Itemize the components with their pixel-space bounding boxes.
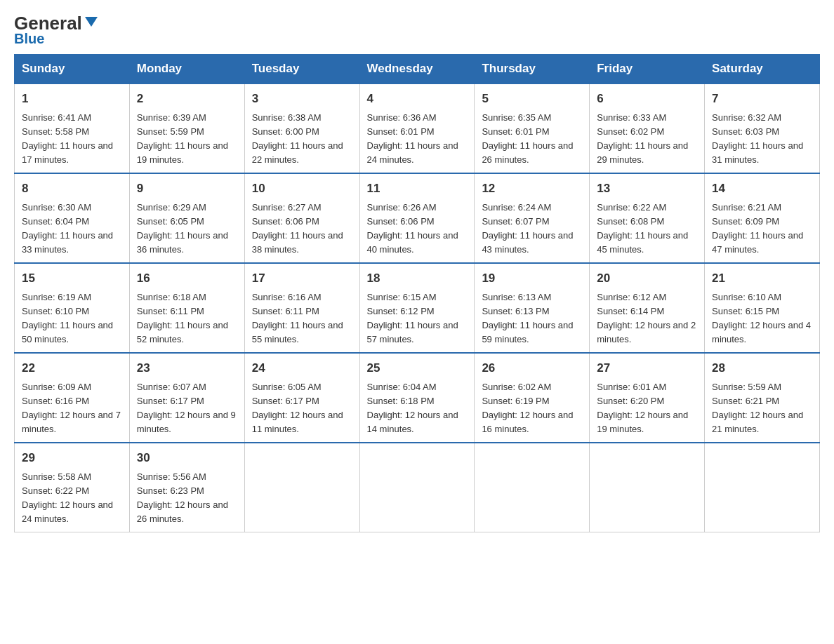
day-info: Sunrise: 6:39 AM Sunset: 5:59 PM Dayligh… <box>137 111 237 168</box>
logo-general-text: General <box>14 14 82 32</box>
day-info: Sunrise: 6:10 AM Sunset: 6:15 PM Dayligh… <box>712 290 812 347</box>
calendar-cell: 16 Sunrise: 6:18 AM Sunset: 6:11 PM Dayl… <box>129 263 244 353</box>
day-number: 8 <box>22 180 122 198</box>
day-number: 25 <box>367 359 468 377</box>
calendar-cell: 23 Sunrise: 6:07 AM Sunset: 6:17 PM Dayl… <box>129 353 244 443</box>
calendar-cell: 7 Sunrise: 6:32 AM Sunset: 6:03 PM Dayli… <box>705 83 820 173</box>
calendar-cell: 5 Sunrise: 6:35 AM Sunset: 6:01 PM Dayli… <box>475 83 590 173</box>
day-number: 27 <box>597 359 697 377</box>
day-number: 3 <box>252 90 352 108</box>
day-info: Sunrise: 6:41 AM Sunset: 5:58 PM Dayligh… <box>22 111 122 168</box>
day-info: Sunrise: 6:18 AM Sunset: 6:11 PM Dayligh… <box>137 290 237 347</box>
day-number: 4 <box>367 90 468 108</box>
calendar-cell: 25 Sunrise: 6:04 AM Sunset: 6:18 PM Dayl… <box>359 353 475 443</box>
calendar-week-row: 1 Sunrise: 6:41 AM Sunset: 5:58 PM Dayli… <box>15 83 820 173</box>
calendar-cell: 28 Sunrise: 5:59 AM Sunset: 6:21 PM Dayl… <box>705 353 820 443</box>
calendar-header-row: SundayMondayTuesdayWednesdayThursdayFrid… <box>15 55 820 84</box>
day-number: 5 <box>482 90 582 108</box>
day-number: 12 <box>482 180 582 198</box>
calendar-header-tuesday: Tuesday <box>244 55 359 84</box>
day-info: Sunrise: 6:02 AM Sunset: 6:19 PM Dayligh… <box>482 380 582 437</box>
calendar-cell: 27 Sunrise: 6:01 AM Sunset: 6:20 PM Dayl… <box>590 353 705 443</box>
calendar-cell: 26 Sunrise: 6:02 AM Sunset: 6:19 PM Dayl… <box>475 353 590 443</box>
day-info: Sunrise: 6:29 AM Sunset: 6:05 PM Dayligh… <box>137 201 237 257</box>
day-info: Sunrise: 6:15 AM Sunset: 6:12 PM Dayligh… <box>367 290 468 347</box>
day-number: 13 <box>597 180 697 198</box>
day-info: Sunrise: 5:59 AM Sunset: 6:21 PM Dayligh… <box>712 380 812 437</box>
calendar-cell: 30 Sunrise: 5:56 AM Sunset: 6:23 PM Dayl… <box>129 443 244 532</box>
calendar-cell: 21 Sunrise: 6:10 AM Sunset: 6:15 PM Dayl… <box>705 263 820 353</box>
calendar-header-friday: Friday <box>590 55 705 84</box>
day-info: Sunrise: 6:04 AM Sunset: 6:18 PM Dayligh… <box>367 380 468 437</box>
day-number: 28 <box>712 359 812 377</box>
calendar-cell <box>359 443 475 532</box>
calendar-cell: 18 Sunrise: 6:15 AM Sunset: 6:12 PM Dayl… <box>359 263 475 353</box>
day-info: Sunrise: 6:30 AM Sunset: 6:04 PM Dayligh… <box>22 201 122 257</box>
day-number: 29 <box>22 449 122 467</box>
day-number: 19 <box>482 269 582 288</box>
calendar-cell: 2 Sunrise: 6:39 AM Sunset: 5:59 PM Dayli… <box>129 83 244 173</box>
day-info: Sunrise: 6:19 AM Sunset: 6:10 PM Dayligh… <box>22 290 122 347</box>
day-number: 9 <box>137 180 237 198</box>
logo: General Blue <box>14 14 99 47</box>
day-number: 17 <box>252 269 352 288</box>
calendar-cell: 17 Sunrise: 6:16 AM Sunset: 6:11 PM Dayl… <box>244 263 359 353</box>
calendar-cell: 15 Sunrise: 6:19 AM Sunset: 6:10 PM Dayl… <box>15 263 130 353</box>
calendar-table: SundayMondayTuesdayWednesdayThursdayFrid… <box>14 54 820 532</box>
day-info: Sunrise: 6:27 AM Sunset: 6:06 PM Dayligh… <box>252 201 352 257</box>
day-info: Sunrise: 6:05 AM Sunset: 6:17 PM Dayligh… <box>252 380 352 437</box>
day-info: Sunrise: 6:22 AM Sunset: 6:08 PM Dayligh… <box>597 201 697 257</box>
calendar-cell: 8 Sunrise: 6:30 AM Sunset: 6:04 PM Dayli… <box>15 173 130 263</box>
page-header: General Blue <box>14 14 820 47</box>
day-number: 30 <box>137 449 237 467</box>
day-info: Sunrise: 6:38 AM Sunset: 6:00 PM Dayligh… <box>252 111 352 168</box>
calendar-cell: 3 Sunrise: 6:38 AM Sunset: 6:00 PM Dayli… <box>244 83 359 173</box>
calendar-cell: 22 Sunrise: 6:09 AM Sunset: 6:16 PM Dayl… <box>15 353 130 443</box>
calendar-cell: 6 Sunrise: 6:33 AM Sunset: 6:02 PM Dayli… <box>590 83 705 173</box>
day-number: 14 <box>712 180 812 198</box>
calendar-header-wednesday: Wednesday <box>359 55 475 84</box>
calendar-header-thursday: Thursday <box>475 55 590 84</box>
day-info: Sunrise: 6:33 AM Sunset: 6:02 PM Dayligh… <box>597 111 697 168</box>
calendar-week-row: 29 Sunrise: 5:58 AM Sunset: 6:22 PM Dayl… <box>15 443 820 532</box>
day-info: Sunrise: 6:12 AM Sunset: 6:14 PM Dayligh… <box>597 290 697 347</box>
day-number: 26 <box>482 359 582 377</box>
calendar-cell <box>475 443 590 532</box>
day-info: Sunrise: 6:07 AM Sunset: 6:17 PM Dayligh… <box>137 380 237 437</box>
day-info: Sunrise: 5:58 AM Sunset: 6:22 PM Dayligh… <box>22 470 122 527</box>
svg-marker-0 <box>85 17 98 27</box>
day-info: Sunrise: 6:35 AM Sunset: 6:01 PM Dayligh… <box>482 111 582 168</box>
calendar-cell <box>244 443 359 532</box>
calendar-cell: 24 Sunrise: 6:05 AM Sunset: 6:17 PM Dayl… <box>244 353 359 443</box>
day-number: 18 <box>367 269 468 288</box>
day-number: 1 <box>22 90 122 108</box>
calendar-cell: 9 Sunrise: 6:29 AM Sunset: 6:05 PM Dayli… <box>129 173 244 263</box>
day-info: Sunrise: 6:26 AM Sunset: 6:06 PM Dayligh… <box>367 201 468 257</box>
day-info: Sunrise: 6:01 AM Sunset: 6:20 PM Dayligh… <box>597 380 697 437</box>
calendar-cell <box>705 443 820 532</box>
day-info: Sunrise: 5:56 AM Sunset: 6:23 PM Dayligh… <box>137 470 237 527</box>
calendar-cell: 19 Sunrise: 6:13 AM Sunset: 6:13 PM Dayl… <box>475 263 590 353</box>
calendar-cell: 1 Sunrise: 6:41 AM Sunset: 5:58 PM Dayli… <box>15 83 130 173</box>
calendar-cell: 13 Sunrise: 6:22 AM Sunset: 6:08 PM Dayl… <box>590 173 705 263</box>
calendar-cell: 4 Sunrise: 6:36 AM Sunset: 6:01 PM Dayli… <box>359 83 475 173</box>
calendar-week-row: 15 Sunrise: 6:19 AM Sunset: 6:10 PM Dayl… <box>15 263 820 353</box>
calendar-cell: 29 Sunrise: 5:58 AM Sunset: 6:22 PM Dayl… <box>15 443 130 532</box>
day-number: 23 <box>137 359 237 377</box>
day-info: Sunrise: 6:36 AM Sunset: 6:01 PM Dayligh… <box>367 111 468 168</box>
day-number: 21 <box>712 269 812 288</box>
calendar-week-row: 22 Sunrise: 6:09 AM Sunset: 6:16 PM Dayl… <box>15 353 820 443</box>
day-number: 11 <box>367 180 468 198</box>
calendar-header-saturday: Saturday <box>705 55 820 84</box>
calendar-cell: 12 Sunrise: 6:24 AM Sunset: 6:07 PM Dayl… <box>475 173 590 263</box>
logo-blue-text: Blue <box>14 31 44 47</box>
calendar-cell: 14 Sunrise: 6:21 AM Sunset: 6:09 PM Dayl… <box>705 173 820 263</box>
day-info: Sunrise: 6:13 AM Sunset: 6:13 PM Dayligh… <box>482 290 582 347</box>
day-info: Sunrise: 6:32 AM Sunset: 6:03 PM Dayligh… <box>712 111 812 168</box>
day-number: 6 <box>597 90 697 108</box>
day-number: 16 <box>137 269 237 288</box>
day-number: 24 <box>252 359 352 377</box>
logo-arrow-icon <box>84 14 99 29</box>
day-info: Sunrise: 6:21 AM Sunset: 6:09 PM Dayligh… <box>712 201 812 257</box>
day-number: 20 <box>597 269 697 288</box>
